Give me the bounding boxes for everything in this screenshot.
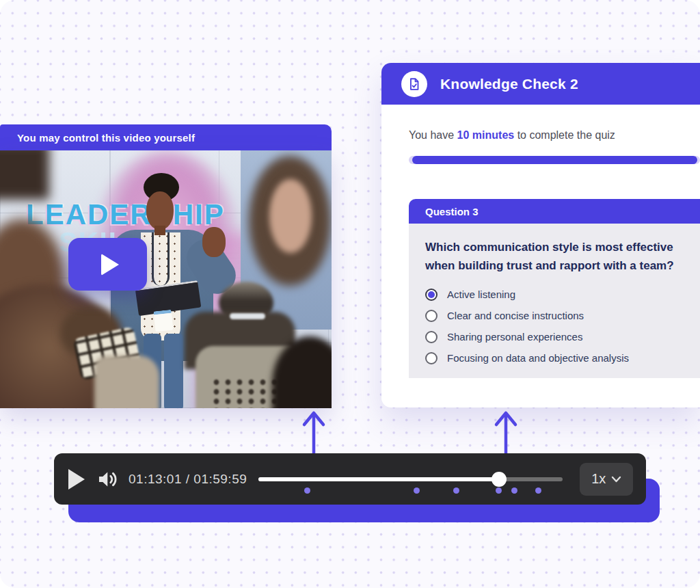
volume-button[interactable] xyxy=(96,468,122,491)
time-separator: / xyxy=(182,472,193,486)
option-active-listening[interactable]: Active listening xyxy=(425,284,684,305)
knowledge-check-card: Knowledge Check 2 You have 10 minutes to… xyxy=(381,63,700,407)
radio-button[interactable] xyxy=(425,310,438,322)
question-panel: Question 3 Which communication style is … xyxy=(409,199,700,378)
presenter-head xyxy=(146,191,174,230)
radio-button[interactable] xyxy=(425,331,438,343)
presenter-badge xyxy=(154,310,174,332)
quiz-time-note-prefix: You have xyxy=(409,129,457,141)
audience-blur xyxy=(0,150,49,200)
arrow-to-video xyxy=(300,410,327,453)
option-clear-instructions[interactable]: Clear and concise instructions xyxy=(425,305,684,326)
audience-collar xyxy=(230,313,265,319)
option-sharing-experiences[interactable]: Sharing personal experiences xyxy=(425,326,684,347)
options-list: Active listening Clear and concise instr… xyxy=(425,284,684,369)
chevron-down-icon xyxy=(611,476,621,483)
volume-icon xyxy=(96,468,119,491)
video-thumbnail[interactable]: LEADERSHIP SKIL xyxy=(0,150,332,408)
quiz-time-note: You have 10 minutes to complete the quiz xyxy=(409,129,615,142)
screen-text-leadership: LEADERSHIP xyxy=(26,198,225,231)
chapter-marker-dot[interactable] xyxy=(535,487,541,494)
arrow-to-quiz xyxy=(492,410,520,453)
chapter-marker-dot[interactable] xyxy=(496,487,502,494)
question-text: Which communication style is most effect… xyxy=(425,238,684,275)
radio-button[interactable] xyxy=(425,352,438,364)
player-control-bar: 01:13:01 / 01:59:59 1x xyxy=(54,453,646,505)
option-label: Focusing on data and objective analysis xyxy=(447,352,629,364)
audience-chair xyxy=(94,356,159,408)
chapter-marker-dot[interactable] xyxy=(304,487,310,494)
play-icon xyxy=(68,469,85,490)
presenter-leg xyxy=(164,334,183,408)
document-check-icon xyxy=(401,71,427,97)
option-label: Clear and concise instructions xyxy=(447,310,584,321)
question-header: Question 3 xyxy=(409,199,700,224)
quiz-time-note-highlight: 10 minutes xyxy=(457,129,515,141)
option-label: Sharing personal experiences xyxy=(447,331,582,343)
presenter-hand xyxy=(202,227,226,257)
current-time: 01:13:01 xyxy=(129,472,182,486)
seek-bar[interactable] xyxy=(258,466,563,493)
video-play-button[interactable] xyxy=(68,238,147,291)
option-data-analysis[interactable]: Focusing on data and objective analysis xyxy=(425,347,684,369)
question-body: Which communication style is most effect… xyxy=(409,224,700,378)
speed-label: 1x xyxy=(591,471,606,487)
quiz-time-progressbar xyxy=(409,156,700,164)
quiz-title: Knowledge Check 2 xyxy=(440,76,578,92)
chapter-marker-dot[interactable] xyxy=(511,487,517,494)
play-icon xyxy=(101,254,119,276)
radio-button[interactable] xyxy=(425,289,438,301)
video-banner: You may control this video yourself xyxy=(0,124,332,150)
chapter-marker-dot[interactable] xyxy=(453,487,459,494)
chapter-markers xyxy=(258,487,563,494)
quiz-time-note-suffix: to complete the quiz xyxy=(514,129,615,141)
option-label: Active listening xyxy=(447,289,515,300)
playback-speed-button[interactable]: 1x xyxy=(580,463,633,496)
presenter-neck xyxy=(154,226,165,235)
seek-progress-fill xyxy=(258,477,499,481)
knowledge-check-header: Knowledge Check 2 xyxy=(381,63,700,105)
video-panel: You may control this video yourself LEAD… xyxy=(0,124,332,408)
player-play-button[interactable] xyxy=(68,468,89,490)
chapter-marker-dot[interactable] xyxy=(414,487,420,494)
page-canvas: You may control this video yourself LEAD… xyxy=(0,0,700,588)
quiz-time-progress-fill xyxy=(412,156,697,164)
seek-thumb[interactable] xyxy=(492,472,507,487)
time-display: 01:13:01 / 01:59:59 xyxy=(129,472,247,487)
total-duration: 01:59:59 xyxy=(193,472,247,486)
presenter-lanyard xyxy=(152,232,170,286)
